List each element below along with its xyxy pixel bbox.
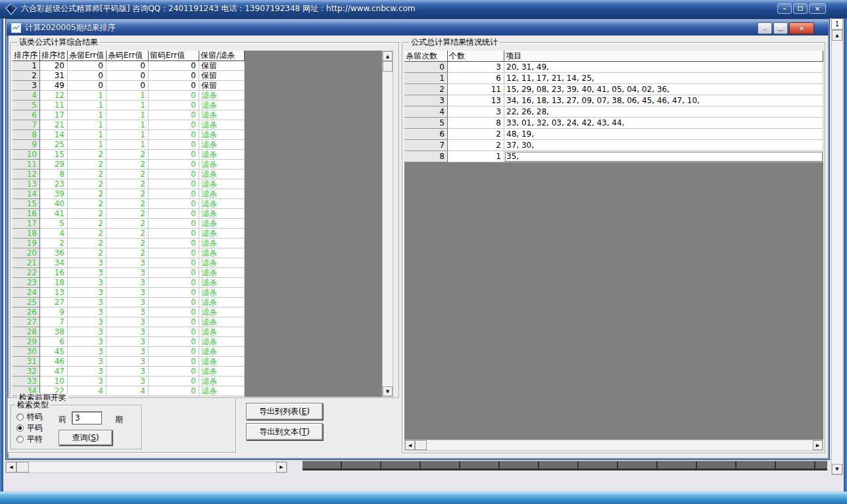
column-header[interactable]: 个数	[448, 51, 504, 62]
scroll-down-button[interactable]: ▼	[832, 464, 842, 474]
result-row[interactable]: 1323220滤杀	[12, 179, 245, 189]
stats-row[interactable]: 6248, 19,	[404, 129, 823, 140]
data-cell: 1	[107, 140, 149, 150]
scroll-up-button[interactable]: ▲	[832, 30, 842, 41]
result-row[interactable]: 617110滤杀	[12, 110, 245, 120]
mdi-vscrollbar[interactable]: ▲ ▼	[831, 30, 843, 475]
result-row[interactable]: 721110滤杀	[12, 120, 245, 130]
stats-row[interactable]: 5833, 01, 32, 03, 24, 42, 43, 44,	[404, 118, 823, 129]
radio-option-平特[interactable]: 平特	[16, 434, 43, 444]
result-row[interactable]: 2036220滤杀	[12, 248, 245, 258]
minimize-button[interactable]: –	[777, 3, 792, 14]
row-index-cell: 17	[12, 219, 40, 229]
arrow-down-icon: ▼	[386, 389, 389, 394]
mdi-hscrollbar[interactable]: ◀ ▶	[5, 461, 287, 473]
result-row[interactable]: 2838330滤杀	[12, 327, 245, 337]
data-cell: 3	[68, 268, 107, 278]
radio-option-特码[interactable]: 特码	[16, 412, 43, 421]
scroll-left-button[interactable]: ◀	[6, 462, 16, 472]
result-row[interactable]: 1439220滤杀	[12, 189, 245, 199]
column-header[interactable]: 排序结	[40, 51, 68, 61]
child-minimize-button[interactable]: –	[758, 22, 772, 34]
result-row[interactable]: 175220滤杀	[12, 219, 245, 229]
export-to-text-button[interactable]: 导出到文本(T)	[246, 423, 323, 440]
stats-row[interactable]: 4322, 26, 28,	[404, 106, 823, 118]
stats-row[interactable]: 0320, 31, 49,	[404, 62, 823, 73]
data-cell: 2	[107, 160, 149, 170]
result-row[interactable]: 120000保留	[12, 61, 245, 71]
export-to-list-button[interactable]: 导出到列表(E)	[246, 403, 323, 420]
left-table-vscrollbar[interactable]: ▲ ▼	[382, 51, 393, 397]
result-row[interactable]: 128220滤杀	[12, 170, 245, 179]
result-row[interactable]: 511110滤杀	[12, 101, 245, 110]
result-row[interactable]: 184220滤杀	[12, 229, 245, 239]
row-index-cell: 4	[12, 91, 40, 101]
data-cell: 滤杀	[199, 209, 245, 219]
scroll-down-button[interactable]: ▼	[383, 386, 393, 396]
column-header[interactable]: 杀留次数	[404, 51, 448, 62]
row-index-cell: 29	[12, 337, 40, 347]
close-button[interactable]: ✕	[809, 3, 826, 14]
result-row[interactable]: 231000保留	[12, 71, 245, 81]
query-button[interactable]: 查询(S)	[59, 430, 112, 446]
data-cell: 3	[68, 327, 107, 337]
result-row[interactable]: 296330滤杀	[12, 337, 245, 347]
row-index-cell: 0	[404, 62, 448, 73]
scroll-right-button[interactable]: ▶	[276, 462, 287, 472]
scroll-thumb[interactable]	[383, 61, 393, 72]
radio-option-平码[interactable]: 平码	[16, 423, 43, 432]
search-type-groupbox: 检索类型 特码平码平特 前 期 查询(S)	[11, 405, 142, 449]
result-row[interactable]: 3310330滤杀	[12, 377, 245, 386]
column-header[interactable]: 项目	[504, 51, 823, 62]
scroll-left-button[interactable]: ◀	[405, 440, 415, 450]
result-row[interactable]: 2216330滤杀	[12, 268, 245, 278]
result-row[interactable]: 814110滤杀	[12, 130, 245, 140]
scroll-up-button[interactable]: ▲	[383, 51, 393, 61]
column-header[interactable]: 杀码Err值	[107, 51, 149, 61]
column-header[interactable]: 留码Err值	[149, 51, 199, 61]
result-row[interactable]: 3045330滤杀	[12, 347, 245, 357]
row-index-cell: 1	[404, 73, 448, 84]
result-row[interactable]: 2527330滤杀	[12, 298, 245, 308]
search-type-label: 检索类型	[15, 400, 51, 409]
child-maximize-button[interactable]	[773, 22, 788, 34]
result-row[interactable]: 192220滤杀	[12, 239, 245, 248]
radio-label: 平码	[27, 423, 43, 434]
stats-row[interactable]: 8135,	[404, 151, 823, 162]
data-cell: 21	[40, 120, 68, 130]
column-header[interactable]: 排序序	[12, 51, 40, 61]
maximize-button[interactable]	[793, 3, 808, 14]
stats-row[interactable]: 21115, 29, 08, 23, 39, 40, 41, 05, 04, 0…	[404, 84, 823, 95]
right-table-hscrollbar[interactable]: ◀ ▶	[404, 440, 823, 451]
result-row[interactable]: 1540220滤杀	[12, 199, 245, 209]
stats-row[interactable]: 7237, 30,	[404, 140, 823, 151]
column-header[interactable]: 杀留Err值	[68, 51, 107, 61]
data-cell: 2	[107, 199, 149, 209]
result-row[interactable]: 1641220滤杀	[12, 209, 245, 219]
result-row[interactable]: 925110滤杀	[12, 140, 245, 150]
scroll-thumb[interactable]	[415, 440, 427, 450]
data-cell: 2	[68, 209, 107, 219]
child-close-button[interactable]: ✕	[789, 22, 814, 34]
scroll-thumb[interactable]	[16, 462, 29, 472]
result-row[interactable]: 2413330滤杀	[12, 288, 245, 298]
query-button-mnemonic: S	[91, 433, 96, 442]
result-row[interactable]: 3146330滤杀	[12, 357, 245, 367]
periods-input[interactable]	[72, 411, 102, 424]
data-cell: 保留	[199, 61, 245, 71]
result-row[interactable]: 277330滤杀	[12, 317, 245, 327]
result-row[interactable]: 1129220滤杀	[12, 160, 245, 170]
data-cell: 1	[68, 130, 107, 140]
column-header[interactable]: 保留/滤杀	[199, 51, 245, 61]
result-row[interactable]: 2134330滤杀	[12, 258, 245, 268]
stats-row[interactable]: 31334, 16, 18, 13, 27, 09, 07, 38, 06, 4…	[404, 95, 823, 106]
data-cell: 3	[68, 357, 107, 367]
result-row[interactable]: 349000保留	[12, 81, 245, 91]
result-row[interactable]: 2318330滤杀	[12, 278, 245, 288]
result-row[interactable]: 1015220滤杀	[12, 150, 245, 160]
stats-row[interactable]: 1612, 11, 17, 21, 14, 25,	[404, 73, 823, 84]
result-row[interactable]: 269330滤杀	[12, 308, 245, 317]
result-row[interactable]: 3247330滤杀	[12, 367, 245, 377]
scroll-right-button[interactable]: ▶	[813, 440, 823, 450]
result-row[interactable]: 412110滤杀	[12, 91, 245, 101]
